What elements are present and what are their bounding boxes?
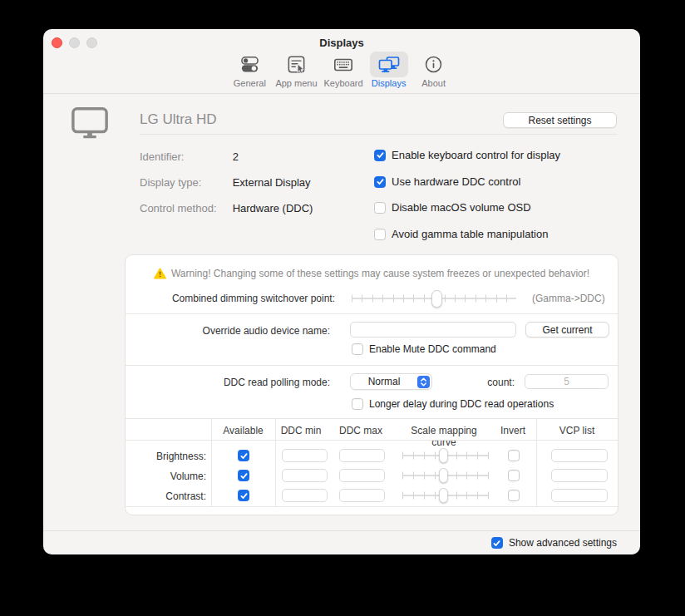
dimming-label: Combined dimming switchover point: [126,293,335,304]
option-label: Avoid gamma table manipulation [392,228,548,240]
warning-text: Warning! Changing some of these settings… [171,268,589,279]
brightness-ddc-min-input[interactable] [282,449,328,462]
volume-ddc-min-input[interactable] [282,469,328,482]
brightness-ddc-max-input[interactable] [339,449,385,462]
toolbar-item-about[interactable]: About [415,52,453,88]
info-label: Identifier: [140,150,229,163]
checkbox-volume-osd[interactable] [374,202,386,214]
volume-vcp-input[interactable] [551,469,608,482]
keyboard-icon [333,54,354,76]
option-label: Use hardware DDC control [392,175,520,188]
toolbar-item-general[interactable]: General [230,52,269,88]
dropdown-value: Normal [351,376,417,387]
toolbar-label: General [234,78,266,88]
divider [536,418,537,506]
option-label: Disable macOS volume OSD [392,201,531,214]
slider-knob[interactable] [439,468,448,483]
count-input[interactable] [525,374,609,389]
option-label: Enable keyboard control for display [392,149,560,161]
brightness-curve-slider[interactable] [402,448,489,463]
contrast-ddc-max-input[interactable] [339,489,385,502]
divider [211,418,212,506]
display-name: LG Ultra HD [140,111,217,128]
checkbox-contrast-available[interactable] [238,490,249,501]
toolbar: General App menu [43,52,640,88]
toolbar-label: App menu [275,78,317,88]
show-advanced-row: Show advanced settings [491,537,617,549]
mute-ddc-row: Enable Mute DDC command [352,343,496,355]
divider [126,418,618,419]
row-label-brightness: Brightness: [126,451,206,462]
advanced-settings-panel: Warning! Changing some of these settings… [125,254,618,515]
col-header-curve: Scale mapping curve [400,425,488,448]
slider-knob[interactable] [439,488,448,503]
checkbox-ddc-control[interactable] [374,176,386,188]
audio-device-name-input[interactable] [350,322,516,338]
volume-ddc-max-input[interactable] [339,469,385,482]
checkbox-brightness-invert[interactable] [508,450,520,461]
option-volume-osd: Disable macOS volume OSD [374,201,531,214]
slider-knob[interactable] [431,290,442,308]
divider [140,134,617,135]
info-label: Display type: [140,176,229,189]
info-row-control-method: Control method: Hardware (DDC) [140,202,313,215]
checkbox-brightness-available[interactable] [238,450,249,461]
window-title: Displays [43,37,640,49]
mute-ddc-label: Enable Mute DDC command [369,343,496,355]
col-header-vcp: VCP list [536,425,618,436]
displays-icon [377,54,401,76]
col-header-ddc-min: DDC min [275,425,327,436]
col-header-available: Available [211,425,275,436]
checkbox-keyboard-control[interactable] [374,150,386,161]
dimming-slider[interactable] [352,289,516,308]
screen-background: Displays General [0,0,685,616]
polling-mode-dropdown[interactable]: Normal [350,373,432,390]
monitor-icon [71,105,109,146]
polling-mode-label: DDC read polling mode: [126,377,330,388]
divider [126,440,618,441]
contrast-vcp-input[interactable] [551,489,608,502]
warning-icon [154,268,166,279]
info-icon [423,54,444,75]
info-value: External Display [233,176,311,189]
contrast-ddc-min-input[interactable] [282,489,328,502]
info-value: 2 [233,150,239,163]
reset-settings-button[interactable]: Reset settings [503,112,617,128]
slider-knob[interactable] [439,448,448,463]
checkbox-volume-invert[interactable] [508,470,520,481]
col-header-invert: Invert [492,425,534,436]
get-current-button[interactable]: Get current [525,322,609,338]
brightness-vcp-input[interactable] [551,449,608,462]
longer-delay-label: Longer delay during DDC read operations [369,398,554,410]
row-label-contrast: Contrast: [126,490,206,502]
divider [126,313,618,314]
toolbar-item-keyboard[interactable]: Keyboard [324,52,363,88]
checkbox-longer-delay[interactable] [352,398,363,410]
count-label: count: [441,377,515,388]
divider [126,506,618,507]
checkbox-show-advanced[interactable] [491,537,503,549]
toolbar-label: Displays [372,78,407,88]
info-row-display-type: Display type: External Display [140,176,311,190]
row-label-volume: Volume: [126,471,206,482]
toolbar-item-displays[interactable]: Displays [370,52,408,88]
checkbox-volume-available[interactable] [238,470,249,481]
info-label: Control method: [140,202,229,214]
displays-window: Displays General [43,29,640,554]
divider [43,530,640,531]
option-keyboard-control: Enable keyboard control for display [374,149,560,161]
checkbox-contrast-invert[interactable] [508,490,520,501]
titlebar: Displays General [43,29,640,94]
checkbox-gamma-table[interactable] [374,229,386,240]
volume-curve-slider[interactable] [402,468,489,483]
audio-label: Override audio device name: [126,325,330,337]
toolbar-label: About [421,78,446,88]
checkbox-mute-ddc[interactable] [352,343,363,355]
info-value: Hardware (DDC) [233,202,313,214]
contrast-curve-slider[interactable] [402,488,489,503]
stepper-icon [417,376,430,388]
toggles-icon [239,54,260,75]
toolbar-item-app-menu[interactable]: App menu [275,52,317,88]
app-menu-icon [286,54,307,75]
divider [275,418,276,506]
